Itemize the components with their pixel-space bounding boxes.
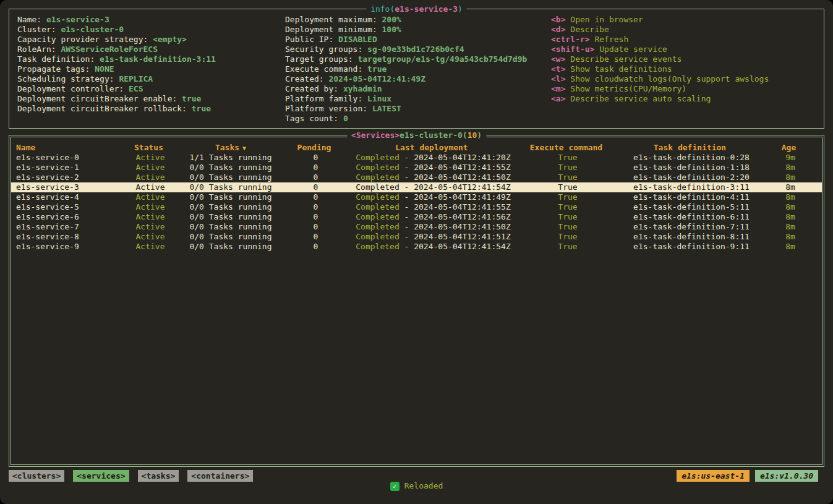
info-field-value: xyhadmin — [343, 84, 382, 93]
cell-status: Active — [126, 163, 175, 173]
shortcut-description: Show metrics(CPU/Memory) — [565, 84, 686, 93]
reload-status: ✓ Reloaded — [0, 481, 833, 492]
cell-tasks: 1/1 Tasks running — [175, 153, 286, 163]
column-header-label: Name — [16, 143, 35, 152]
info-field-label: Cluster: — [17, 25, 61, 34]
info-fields-deployment: Deployment maximum: 200% Deployment mini… — [285, 15, 527, 124]
table-row[interactable]: e1s-service-9 Active 0/0 Tasks running 0… — [11, 242, 822, 252]
shortcut-item: <a> Describe service auto scaling — [551, 94, 769, 104]
table-row[interactable]: e1s-service-4 Active 0/0 Tasks running 0… — [11, 192, 822, 202]
info-field-value: targetgroup/e1s-tg/49a543cb754d7d9b — [357, 54, 527, 64]
cell-age: 8m — [769, 173, 812, 182]
info-field-value: true — [182, 94, 201, 103]
column-header: Last deployment — [345, 143, 521, 153]
info-field-value: 2024-05-04T12:41:49Z — [328, 74, 425, 83]
info-field-label: Platform family: — [285, 94, 367, 103]
info-field: Target groups: targetgroup/e1s-tg/49a543… — [285, 54, 527, 64]
column-header-label: Tasks — [215, 143, 239, 152]
services-title-count: 10 — [468, 130, 477, 140]
shortcut-key: <l> — [551, 74, 565, 83]
cell-tasks: 0/0 Tasks running — [175, 192, 286, 202]
cell-pending: 0 — [286, 232, 345, 242]
services-panel: <Services>e1s-cluster-0(10) Name Status … — [9, 135, 824, 467]
info-field: Security groups: sg-09e33bd1c726b0cf4 — [285, 45, 527, 54]
column-header-label: Last deployment — [395, 143, 468, 152]
info-field-value: REPLICA — [119, 74, 153, 83]
sort-desc-icon: ▼ — [239, 145, 246, 152]
shortcut-item: <d> Describe — [551, 25, 769, 35]
column-header-label: Task definition — [654, 143, 726, 152]
table-row[interactable]: e1s-service-6 Active 0/0 Tasks running 0… — [11, 212, 822, 222]
cell-service-name: e1s-service-9 — [11, 242, 126, 252]
cell-last-deployment: Completed - 2024-05-04T12:41:55Z — [345, 202, 521, 212]
shortcut-description: Show cloudwatch logs(Only support awslog… — [565, 74, 769, 83]
shortcut-description: Describe service auto scaling — [565, 94, 711, 103]
cell-pending: 0 — [286, 192, 345, 202]
cell-execute-command: True — [521, 153, 614, 163]
info-panel-title: info(e1s-service-3) — [366, 4, 467, 14]
column-header: Pending — [286, 143, 345, 153]
column-header-label: Age — [782, 143, 796, 152]
info-field-label: RoleArn: — [17, 45, 61, 54]
table-row[interactable]: e1s-service-5 Active 0/0 Tasks running 0… — [11, 202, 822, 212]
info-field-value: NONE — [95, 64, 114, 74]
info-field-value: 200% — [382, 15, 401, 24]
cell-service-name: e1s-service-7 — [11, 222, 126, 232]
info-field-value: e1s-service-3 — [46, 15, 109, 24]
cell-status: Active — [126, 173, 175, 182]
cell-status: Active — [126, 182, 175, 192]
info-field: Created by: xyhadmin — [285, 84, 527, 94]
column-header: Execute command — [521, 143, 614, 153]
terminal-window: info(e1s-service-3) Name: e1s-service-3 … — [0, 0, 833, 504]
info-field-value: 0 — [343, 114, 348, 123]
info-field: RoleArn: AWSServiceRoleForECS — [17, 45, 216, 54]
cell-status: Active — [126, 222, 175, 232]
table-row[interactable]: e1s-service-0 Active 1/1 Tasks running 0… — [11, 153, 822, 163]
info-field-label: Target groups: — [285, 54, 357, 64]
table-row[interactable]: e1s-service-2 Active 0/0 Tasks running 0… — [11, 173, 822, 182]
sort-desc-icon — [35, 145, 38, 152]
cell-last-deployment: Completed - 2024-05-04T12:41:54Z — [345, 182, 521, 192]
info-field: Cluster: e1s-cluster-0 — [17, 25, 216, 35]
info-title-prefix: info( — [370, 4, 395, 14]
column-header-label: Pending — [297, 143, 331, 152]
info-field-label: Platform version: — [285, 104, 372, 113]
cell-last-deployment: Completed - 2024-05-04T12:41:50Z — [345, 222, 521, 232]
services-title-cluster: e1s-cluster-0( — [399, 130, 468, 140]
cell-service-name: e1s-service-4 — [11, 192, 126, 202]
cell-service-name: e1s-service-3 — [11, 182, 126, 192]
cell-execute-command: True — [521, 163, 614, 173]
services-table: Name Status Tasks▼ Pending Last deployme… — [11, 137, 822, 465]
cell-age: 9m — [769, 153, 812, 163]
table-row[interactable]: e1s-service-3 Active 0/0 Tasks running 0… — [11, 182, 822, 192]
info-field-label: Deployment circuitBreaker rollback: — [17, 104, 192, 113]
sort-desc-icon — [331, 145, 334, 152]
table-row[interactable]: e1s-service-7 Active 0/0 Tasks running 0… — [11, 222, 822, 232]
cell-pending: 0 — [286, 163, 345, 173]
cell-execute-command: True — [521, 242, 614, 252]
info-title-suffix: ) — [458, 4, 463, 14]
cell-execute-command: True — [521, 202, 614, 212]
cell-pending: 0 — [286, 173, 345, 182]
info-field: Task definition: e1s-task-definition-3:1… — [17, 54, 216, 64]
shortcut-description: Show task definitions — [565, 64, 672, 74]
services-panel-title: <Services>e1s-cluster-0(10) — [347, 130, 486, 140]
info-field-value: e1s-cluster-0 — [61, 25, 124, 34]
table-row[interactable]: e1s-service-1 Active 0/0 Tasks running 0… — [11, 163, 822, 173]
table-row[interactable]: e1s-service-8 Active 0/0 Tasks running 0… — [11, 232, 822, 242]
cell-last-deployment: Completed - 2024-05-04T12:41:20Z — [345, 153, 521, 163]
region-badge: e1s:us-east-1 — [677, 470, 750, 482]
info-field-value: DISABLED — [338, 35, 377, 44]
cell-status: Active — [126, 242, 175, 252]
info-field-label: Task definition: — [17, 54, 100, 64]
info-field-label: Capacity provider strategy: — [17, 35, 153, 44]
info-field-label: Public IP: — [285, 35, 338, 44]
info-field-label: Execute command: — [285, 64, 367, 74]
cell-service-name: e1s-service-0 — [11, 153, 126, 163]
shortcut-key: <shift-u> — [551, 45, 594, 54]
info-field-value: 100% — [382, 25, 401, 34]
cell-status: Active — [126, 202, 175, 212]
info-field: Scheduling strategy: REPLICA — [17, 74, 216, 84]
cell-tasks: 0/0 Tasks running — [175, 163, 286, 173]
cell-task-definition: e1s-task-definition-4:11 — [614, 192, 769, 202]
